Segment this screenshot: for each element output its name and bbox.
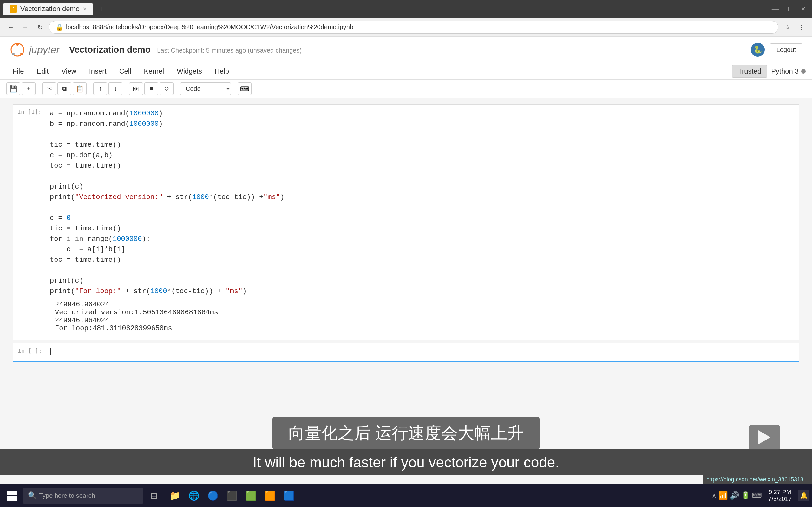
output-line-4: For loop:481.3110828399658ms: [55, 325, 789, 332]
kernel-info: Python 3: [771, 67, 806, 75]
code-editor-1[interactable]: a = np.random.rand(1000000) b = np.rando…: [50, 108, 794, 297]
notebook-name: Vectorization demo: [69, 45, 151, 55]
jupyter-header: jupyter Vectorization demo Last Checkpoi…: [0, 37, 812, 63]
browser-titlebar: J Vectorization demo × □ — □ ×: [0, 0, 812, 18]
toolbar-separator-3: [125, 83, 126, 94]
new-tab-icon: □: [98, 5, 102, 13]
jupyter-toolbar: 💾 + ✂ ⧉ 📋 ↑ ↓ ⏭ ■ ↺ Code ⌨: [0, 79, 812, 98]
cell-output-1: 249946.964024 Vectorized version:1.50513…: [50, 297, 794, 336]
taskbar-icon-file-explorer[interactable]: 📁: [165, 486, 184, 505]
keyboard-shortcuts-button[interactable]: ⌨: [238, 82, 252, 95]
back-button[interactable]: ←: [5, 21, 16, 33]
trusted-badge[interactable]: Trusted: [732, 65, 767, 78]
kernel-status-icon: [801, 69, 806, 73]
minimize-icon[interactable]: —: [768, 4, 782, 13]
maximize-icon[interactable]: □: [785, 5, 796, 13]
forward-button[interactable]: →: [20, 21, 31, 33]
checkpoint-text: Last Checkpoint: 5 minutes ago (unsaved …: [157, 47, 302, 54]
logout-button[interactable]: Logout: [770, 43, 803, 56]
browser-menu-icon[interactable]: ⋮: [796, 21, 807, 33]
taskbar-icon-app2[interactable]: 🟧: [261, 486, 279, 505]
menu-insert[interactable]: Insert: [83, 65, 113, 78]
svg-rect-4: [7, 491, 12, 495]
menu-file[interactable]: File: [6, 65, 30, 78]
windows-logo-icon: [6, 490, 18, 501]
browser-tab-active[interactable]: J Vectorization demo ×: [3, 3, 93, 15]
status-url-bar: https://blog.csdn.net/weixin_38615313...: [703, 475, 812, 484]
taskbar-icon-edge[interactable]: 🌐: [185, 486, 203, 505]
taskbar-icon-chrome[interactable]: 🔵: [204, 486, 222, 505]
empty-cell-prompt: In [ ]:: [13, 343, 45, 361]
chevron-up-icon[interactable]: ∧: [712, 492, 716, 499]
notifications-button[interactable]: 🔔: [798, 490, 809, 501]
taskbar-icons: 📁 🌐 🔵 ⬛ 🟩 🟧 🟦: [165, 486, 298, 505]
browser-tab-inactive[interactable]: □: [93, 3, 107, 15]
task-view-button[interactable]: ⊞: [145, 486, 163, 505]
lock-icon: 🔒: [55, 23, 63, 31]
subtitle-bar: 向量化之后 运行速度会大幅上升 It will be much faster i…: [0, 417, 812, 475]
menu-edit[interactable]: Edit: [30, 65, 55, 78]
play-triangle-icon: [758, 430, 770, 444]
address-bar[interactable]: 🔒 localhost:8888/notebooks/Dropbox/Deep%…: [49, 21, 778, 34]
reload-button[interactable]: ↻: [34, 21, 46, 33]
python-icon: 🐍: [751, 43, 765, 57]
paste-button[interactable]: 📋: [72, 82, 87, 95]
jupyter-menubar: File Edit View Insert Cell Kernel Widget…: [0, 63, 812, 79]
add-cell-button[interactable]: +: [21, 82, 36, 95]
tab-favicon: J: [9, 5, 17, 13]
jupyter-logo-svg: [9, 42, 26, 58]
play-button[interactable]: [749, 425, 780, 450]
toolbar-separator-1: [39, 83, 39, 94]
clock-time: 9:27 PM: [768, 489, 792, 496]
close-window-icon[interactable]: ×: [798, 4, 809, 13]
move-down-button[interactable]: ↓: [108, 82, 122, 95]
kernel-name: Python 3: [771, 67, 799, 75]
menu-kernel[interactable]: Kernel: [138, 65, 171, 78]
menu-help[interactable]: Help: [208, 65, 235, 78]
empty-cell[interactable]: In [ ]:: [13, 343, 799, 362]
jupyter-title-area: Vectorization demo Last Checkpoint: 5 mi…: [60, 45, 751, 55]
copy-button[interactable]: ⧉: [57, 82, 71, 95]
svg-rect-6: [7, 496, 12, 501]
network-icon[interactable]: 📶: [718, 491, 728, 500]
browser-chrome: J Vectorization demo × □ — □ × ← → ↻ 🔒 l…: [0, 0, 812, 37]
tab-close-icon[interactable]: ×: [83, 5, 87, 13]
keyboard-icon[interactable]: ⌨: [752, 492, 762, 500]
windows-start-button[interactable]: [3, 486, 21, 505]
menu-cell[interactable]: Cell: [113, 65, 138, 78]
move-up-button[interactable]: ↑: [93, 82, 107, 95]
restart-button[interactable]: ↺: [159, 82, 173, 95]
menu-view[interactable]: View: [55, 65, 83, 78]
svg-point-1: [16, 43, 19, 46]
cell-type-select[interactable]: Code: [180, 82, 231, 95]
output-line-2: Vectorized version:1.5051364898681864ms: [55, 308, 789, 317]
address-url: localhost:8888/notebooks/Dropbox/Deep%20…: [66, 23, 353, 31]
save-button[interactable]: 💾: [6, 82, 20, 95]
cell-editor-1[interactable]: a = np.random.rand(1000000) b = np.rando…: [45, 105, 799, 340]
taskbar-clock[interactable]: 9:27 PM 7/5/2017: [764, 489, 796, 503]
tab-title: Vectorization demo: [20, 5, 80, 13]
run-button[interactable]: ⏭: [129, 82, 143, 95]
taskbar-icon-cmd[interactable]: ⬛: [223, 486, 241, 505]
output-line-3: 249946.964024: [55, 317, 789, 325]
volume-icon[interactable]: 🔊: [730, 491, 740, 500]
svg-rect-5: [12, 491, 17, 495]
code-cell-1: In [1]: a = np.random.rand(1000000) b = …: [13, 104, 799, 340]
clock-date: 7/5/2017: [768, 496, 792, 503]
cut-button[interactable]: ✂: [42, 82, 56, 95]
toolbar-separator-5: [234, 83, 235, 94]
taskbar-icon-app1[interactable]: 🟩: [242, 486, 260, 505]
empty-cell-editor[interactable]: [45, 343, 799, 361]
empty-cell-cursor: [50, 348, 51, 355]
taskbar-search-box[interactable]: 🔍 Type here to search: [23, 488, 143, 504]
interrupt-button[interactable]: ■: [144, 82, 158, 95]
taskbar: 🔍 Type here to search ⊞ 📁 🌐 🔵 ⬛ 🟩 🟧 🟦 ∧ …: [0, 484, 812, 507]
svg-rect-7: [12, 496, 17, 501]
browser-toolbar: ← → ↻ 🔒 localhost:8888/notebooks/Dropbox…: [0, 18, 812, 37]
menu-widgets[interactable]: Widgets: [170, 65, 208, 78]
taskbar-icon-app3[interactable]: 🟦: [280, 486, 298, 505]
subtitle-english: It will be much faster if you vectorize …: [0, 449, 812, 475]
battery-icon[interactable]: 🔋: [741, 492, 750, 500]
output-line-1: 249946.964024: [55, 301, 789, 308]
bookmark-icon[interactable]: ☆: [781, 21, 793, 33]
